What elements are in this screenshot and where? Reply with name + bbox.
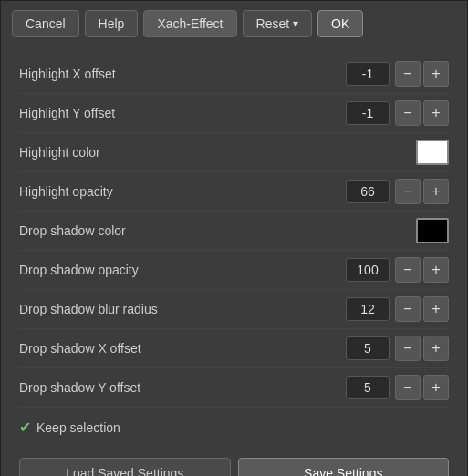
keep-selection-checkmark[interactable]: ✔ xyxy=(19,419,31,436)
increment-drop-shadow-y[interactable]: + xyxy=(423,375,449,400)
toolbar: Cancel Help Xach-Effect Reset ▾ OK xyxy=(1,1,467,47)
stepper-drop-shadow-opacity: −+ xyxy=(395,257,449,283)
dialog: Cancel Help Xach-Effect Reset ▾ OK Highl… xyxy=(0,0,468,476)
increment-drop-shadow-x[interactable]: + xyxy=(423,336,449,361)
decrement-highlight-y-offset[interactable]: − xyxy=(395,100,421,126)
decrement-drop-shadow-opacity[interactable]: − xyxy=(395,257,421,283)
row-highlight-y-offset: Highlight Y offset−+ xyxy=(19,94,449,133)
stepper-highlight-y-offset: −+ xyxy=(395,100,449,126)
increment-highlight-y-offset[interactable]: + xyxy=(423,100,449,126)
input-drop-shadow-y[interactable] xyxy=(346,376,390,399)
input-highlight-y-offset[interactable] xyxy=(346,101,390,125)
label-drop-shadow-color: Drop shadow color xyxy=(19,223,416,238)
label-highlight-color: Highlight color xyxy=(19,145,416,160)
ok-button[interactable]: OK xyxy=(317,10,363,37)
decrement-highlight-opacity[interactable]: − xyxy=(395,179,421,204)
row-highlight-x-offset: Highlight X offset−+ xyxy=(19,55,449,94)
decrement-drop-shadow-blur[interactable]: − xyxy=(395,296,421,322)
label-drop-shadow-opacity: Drop shadow opacity xyxy=(19,263,346,277)
row-drop-shadow-opacity: Drop shadow opacity−+ xyxy=(19,251,449,290)
label-drop-shadow-x: Drop shadow X offset xyxy=(19,341,346,356)
stepper-highlight-x-offset: −+ xyxy=(395,61,449,87)
stepper-drop-shadow-y: −+ xyxy=(395,375,449,400)
decrement-drop-shadow-x[interactable]: − xyxy=(395,336,421,361)
xach-effect-button[interactable]: Xach-Effect xyxy=(143,10,236,37)
keep-selection-row: ✔Keep selection xyxy=(19,408,449,443)
help-button[interactable]: Help xyxy=(85,10,139,37)
footer: Load Saved Settings Save Settings xyxy=(1,450,467,476)
input-drop-shadow-opacity[interactable] xyxy=(346,258,390,282)
row-drop-shadow-blur: Drop shadow blur radius−+ xyxy=(19,290,449,329)
chevron-down-icon: ▾ xyxy=(293,17,298,30)
label-highlight-opacity: Highlight opacity xyxy=(19,184,346,199)
input-highlight-opacity[interactable] xyxy=(346,180,390,203)
row-drop-shadow-x: Drop shadow X offset−+ xyxy=(19,329,449,368)
row-highlight-opacity: Highlight opacity−+ xyxy=(19,172,449,212)
increment-drop-shadow-blur[interactable]: + xyxy=(423,296,449,322)
increment-highlight-opacity[interactable]: + xyxy=(423,179,449,204)
keep-selection-label: Keep selection xyxy=(36,420,120,435)
cancel-button[interactable]: Cancel xyxy=(12,10,79,37)
row-drop-shadow-y: Drop shadow Y offset−+ xyxy=(19,368,449,408)
color-swatch-drop-shadow-color[interactable] xyxy=(416,218,449,243)
input-highlight-x-offset[interactable] xyxy=(346,62,390,86)
label-highlight-x-offset: Highlight X offset xyxy=(19,67,346,81)
color-swatch-highlight-color[interactable] xyxy=(416,140,449,165)
label-highlight-y-offset: Highlight Y offset xyxy=(19,106,346,120)
increment-drop-shadow-opacity[interactable]: + xyxy=(423,257,449,283)
row-highlight-color: Highlight color xyxy=(19,133,449,172)
stepper-highlight-opacity: −+ xyxy=(395,179,449,204)
stepper-drop-shadow-blur: −+ xyxy=(395,296,449,322)
reset-button[interactable]: Reset ▾ xyxy=(243,10,313,37)
input-drop-shadow-blur[interactable] xyxy=(346,297,390,321)
settings-content: Highlight X offset−+Highlight Y offset−+… xyxy=(1,47,467,450)
label-drop-shadow-y: Drop shadow Y offset xyxy=(19,380,346,395)
label-drop-shadow-blur: Drop shadow blur radius xyxy=(19,302,346,316)
decrement-highlight-x-offset[interactable]: − xyxy=(395,61,421,87)
decrement-drop-shadow-y[interactable]: − xyxy=(395,375,421,400)
increment-highlight-x-offset[interactable]: + xyxy=(423,61,449,87)
save-settings-button[interactable]: Save Settings xyxy=(238,458,450,476)
row-drop-shadow-color: Drop shadow color xyxy=(19,212,449,251)
input-drop-shadow-x[interactable] xyxy=(346,336,390,360)
load-settings-button[interactable]: Load Saved Settings xyxy=(19,458,231,476)
stepper-drop-shadow-x: −+ xyxy=(395,336,449,361)
